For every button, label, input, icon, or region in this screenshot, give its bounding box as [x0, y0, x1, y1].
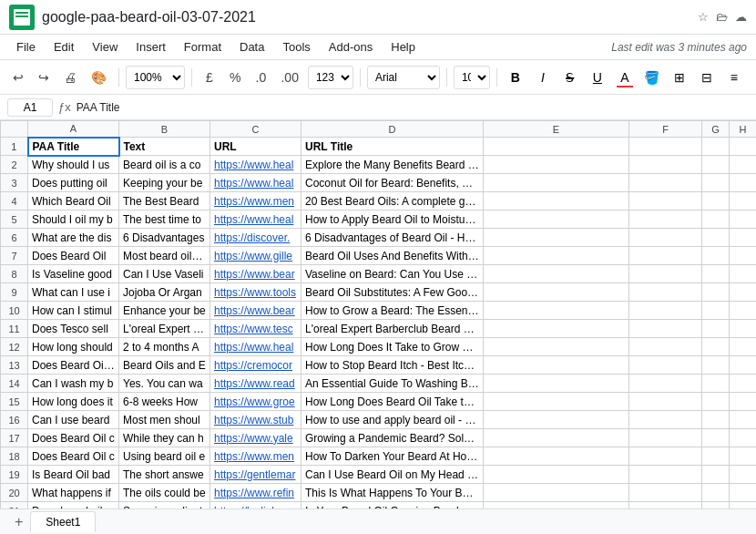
cell-r14-c8[interactable]	[730, 375, 757, 393]
cell-r15-c2[interactable]: 6-8 weeks How	[119, 393, 210, 411]
cell-r10-c8[interactable]	[730, 302, 757, 320]
col-header-g[interactable]: G	[702, 121, 730, 138]
cell-r4-c7[interactable]	[702, 192, 730, 211]
col-header-f[interactable]: F	[629, 121, 702, 138]
cell-r17-c3[interactable]: https://www.yale	[210, 429, 301, 447]
cell-r5-c4[interactable]: How to Apply Beard Oil to Moisturize and…	[301, 211, 484, 229]
cell-r4-c8[interactable]	[730, 192, 757, 211]
cell-r13-c8[interactable]	[730, 356, 757, 375]
cell-r3-c2[interactable]: Keeping your be	[119, 174, 210, 192]
cell-r17-c5[interactable]	[484, 429, 629, 447]
cell-r9-c2[interactable]: Jojoba Or Argan	[119, 283, 210, 302]
folder-icon[interactable]: 🗁	[716, 10, 728, 24]
cell-r15-c1[interactable]: How long does it	[28, 393, 119, 411]
cell-r16-c3[interactable]: https://www.stub	[210, 411, 301, 429]
cell-r14-c1[interactable]: Can I wash my b	[28, 375, 119, 393]
row-header-10[interactable]: 10	[1, 302, 28, 320]
cell-r13-c3[interactable]: https://cremocor	[210, 356, 301, 375]
cell-r18-c8[interactable]	[730, 447, 757, 466]
col-header-b[interactable]: B	[119, 121, 210, 138]
percent-button[interactable]: %	[224, 67, 246, 87]
cell-r9-c7[interactable]	[702, 283, 730, 302]
cell-r11-c4[interactable]: L'oreal Expert Barberclub Beard Oil 30Ml…	[301, 320, 484, 338]
cell-r6-c4[interactable]: 6 Disadvantages of Beard Oil - HubPages	[301, 229, 484, 247]
row-header-7[interactable]: 7	[1, 247, 28, 265]
cell-r13-c6[interactable]	[629, 356, 702, 375]
row-header-11[interactable]: 11	[1, 320, 28, 338]
cell-r6-c8[interactable]	[730, 229, 757, 247]
print-button[interactable]: 🖨	[58, 67, 82, 87]
sheet-tab-add-button[interactable]: +	[7, 514, 30, 530]
cell-r5-c6[interactable]	[629, 211, 702, 229]
cell-r2-c4[interactable]: Explore the Many Benefits Beard Oil and …	[301, 156, 484, 174]
cell-r9-c5[interactable]	[484, 283, 629, 302]
cell-r17-c2[interactable]: While they can h	[119, 429, 210, 447]
cell-r14-c2[interactable]: Yes. You can wa	[119, 375, 210, 393]
cell-reference[interactable]: A1	[7, 98, 53, 117]
cell-r1-c2[interactable]: Text	[119, 138, 210, 156]
format-select[interactable]: 123	[308, 66, 353, 89]
cell-r4-c5[interactable]	[484, 192, 629, 211]
cell-r20-c5[interactable]	[484, 484, 629, 502]
decimal-down-button[interactable]: .0	[250, 67, 271, 87]
cell-r3-c1[interactable]: Does putting oil	[28, 174, 119, 192]
cell-r10-c6[interactable]	[629, 302, 702, 320]
font-size-select[interactable]: 10	[454, 66, 490, 89]
merge-button[interactable]: ⊟	[695, 66, 719, 89]
cell-r16-c4[interactable]: How to use and apply beard oil - stubble…	[301, 411, 484, 429]
filename[interactable]: google-paa-beard-oil-03-07-2021	[42, 9, 698, 26]
cell-r1-c8[interactable]	[730, 138, 757, 156]
cell-r8-c6[interactable]	[629, 265, 702, 283]
cell-r9-c4[interactable]: Beard Oil Substitutes: A Few Good Altern…	[301, 283, 484, 302]
currency-button[interactable]: £	[199, 67, 220, 87]
cell-r15-c3[interactable]: https://www.groe	[210, 393, 301, 411]
cell-r1-c4[interactable]: URL Title	[301, 138, 484, 156]
underline-button[interactable]: U	[586, 66, 609, 89]
cell-r4-c3[interactable]: https://www.men	[210, 192, 301, 211]
col-header-d[interactable]: D	[301, 121, 484, 138]
cell-r11-c6[interactable]	[629, 320, 702, 338]
cell-r14-c4[interactable]: An Essential Guide To Washing Beards Wit…	[301, 375, 484, 393]
cell-r18-c3[interactable]: https://www.men	[210, 447, 301, 466]
cell-r19-c6[interactable]	[629, 466, 702, 484]
borders-button[interactable]: ⊞	[668, 66, 691, 89]
cell-r9-c8[interactable]	[730, 283, 757, 302]
cell-r20-c1[interactable]: What happens if	[28, 484, 119, 502]
cell-r12-c8[interactable]	[730, 338, 757, 356]
cell-r3-c5[interactable]	[484, 174, 629, 192]
cell-r12-c4[interactable]: How Long Does It Take to Grow a Beard? T…	[301, 338, 484, 356]
cell-r20-c4[interactable]: This Is What Happens To Your Body If You…	[301, 484, 484, 502]
menu-edit[interactable]: Edit	[46, 37, 81, 56]
cell-r6-c7[interactable]	[702, 229, 730, 247]
cell-r14-c5[interactable]	[484, 375, 629, 393]
cell-r17-c4[interactable]: Growing a Pandemic Beard? Solve Skin Pro…	[301, 429, 484, 447]
decimal-up-button[interactable]: .00	[275, 67, 303, 87]
cell-r7-c2[interactable]: Most beard oils a	[119, 247, 210, 265]
cell-r12-c6[interactable]	[629, 338, 702, 356]
col-header-e[interactable]: E	[484, 121, 629, 138]
cell-r9-c3[interactable]: https://www.tools	[210, 283, 301, 302]
menu-insert[interactable]: Insert	[128, 37, 173, 56]
cell-r6-c2[interactable]: 6 Disadvantages	[119, 229, 210, 247]
cell-r10-c3[interactable]: https://www.bear	[210, 302, 301, 320]
cell-r1-c1[interactable]: PAA Title	[28, 138, 119, 156]
cell-r10-c4[interactable]: How to Grow a Beard: The Essential Guide…	[301, 302, 484, 320]
cell-r13-c7[interactable]	[702, 356, 730, 375]
cell-r6-c1[interactable]: What are the dis	[28, 229, 119, 247]
cell-r2-c7[interactable]	[702, 156, 730, 174]
cell-r11-c1[interactable]: Does Tesco sell	[28, 320, 119, 338]
cell-r16-c2[interactable]: Most men shoul	[119, 411, 210, 429]
cell-r8-c5[interactable]	[484, 265, 629, 283]
row-header-17[interactable]: 17	[1, 429, 28, 447]
cell-r19-c2[interactable]: The short answe	[119, 466, 210, 484]
menu-view[interactable]: View	[85, 37, 125, 56]
row-header-13[interactable]: 13	[1, 356, 28, 375]
sheet-tab-1[interactable]: Sheet1	[30, 511, 96, 532]
cell-r1-c5[interactable]	[484, 138, 629, 156]
cell-r3-c3[interactable]: https://www.heal	[210, 174, 301, 192]
cell-r2-c2[interactable]: Beard oil is a co	[119, 156, 210, 174]
cell-r8-c8[interactable]	[730, 265, 757, 283]
row-header-14[interactable]: 14	[1, 375, 28, 393]
row-header-12[interactable]: 12	[1, 338, 28, 356]
row-header-6[interactable]: 6	[1, 229, 28, 247]
